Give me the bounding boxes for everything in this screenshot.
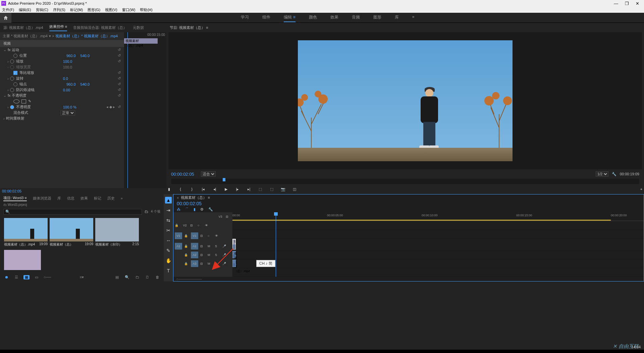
ec-sequence-clip[interactable]: 视频素材（总）* 视频素材（总）.mp4 bbox=[55, 34, 118, 39]
lock-icon[interactable]: 🔒 bbox=[175, 224, 179, 227]
tab-info[interactable]: 信息 bbox=[67, 196, 74, 201]
output-toggle[interactable]: ⊟ bbox=[226, 215, 231, 218]
track-a1-lane[interactable]: 视频素材（总）.mp4 bbox=[232, 251, 644, 259]
track-v1-target[interactable]: V1 bbox=[191, 232, 198, 239]
reset-icon[interactable]: ↺ bbox=[118, 71, 121, 75]
fx-time-remap[interactable]: 时间重映射 bbox=[6, 116, 53, 121]
icon-view-icon[interactable]: ▦ bbox=[23, 275, 30, 279]
minimize-button[interactable]: — bbox=[614, 1, 618, 6]
ec-clip-bar[interactable]: 视频素材（总）.mp4 bbox=[124, 38, 158, 44]
mask-rect-icon[interactable] bbox=[21, 99, 26, 103]
track-a2-lane[interactable] bbox=[232, 259, 644, 268]
menu-sequence[interactable]: 序列(S) bbox=[53, 7, 65, 12]
output-toggle[interactable]: ⊟ bbox=[200, 262, 206, 265]
tab-media-browser[interactable]: 媒体浏览器 bbox=[33, 196, 51, 201]
lock-icon[interactable]: 🔒 bbox=[184, 262, 189, 265]
sort-icon[interactable]: ≡▾ bbox=[79, 275, 85, 279]
track-a3-lane[interactable] bbox=[232, 268, 644, 277]
reset-icon[interactable]: ↺ bbox=[118, 76, 121, 81]
stopwatch-icon[interactable] bbox=[10, 105, 14, 109]
eye-icon[interactable]: 👁 bbox=[215, 234, 220, 237]
program-scrubber[interactable] bbox=[171, 179, 639, 184]
bin-item-empty[interactable] bbox=[4, 250, 48, 270]
marker-icon[interactable]: ▮ bbox=[166, 186, 172, 192]
close-button[interactable]: ✕ bbox=[636, 1, 639, 6]
workspace-more[interactable]: » bbox=[412, 13, 415, 22]
sync-lock-icon[interactable]: ○ bbox=[208, 234, 213, 237]
reset-icon[interactable]: ↺ bbox=[118, 105, 121, 109]
type-tool[interactable]: T bbox=[165, 267, 172, 274]
step-forward-icon[interactable]: |▸ bbox=[235, 186, 240, 192]
anchor-x[interactable]: 960.0 bbox=[66, 82, 76, 86]
tab-history[interactable]: 历史 bbox=[107, 196, 115, 201]
workspace-color[interactable]: 颜色 bbox=[309, 13, 317, 22]
program-title[interactable]: 节目: 视频素材（总） ≡ bbox=[170, 25, 208, 30]
track-a1-target[interactable]: A1 bbox=[191, 243, 198, 250]
goto-out-icon[interactable]: ▸| bbox=[246, 186, 252, 192]
bin-item[interactable]: 视频素材（总）19:09 bbox=[50, 218, 93, 247]
program-current-time[interactable]: 00:00:02:05 bbox=[171, 172, 194, 177]
output-toggle[interactable]: ⊟ bbox=[200, 234, 206, 237]
menu-edit[interactable]: 编辑(E) bbox=[19, 7, 31, 12]
output-toggle[interactable]: ⊟ bbox=[190, 224, 196, 227]
timeline-sequence-name[interactable]: 视频素材（总） ≡ bbox=[181, 195, 210, 200]
lift-icon[interactable]: ⬚ bbox=[258, 186, 263, 192]
reset-icon[interactable]: ↺ bbox=[118, 53, 121, 58]
output-toggle[interactable]: ⊟ bbox=[200, 253, 206, 257]
folder-icon[interactable]: 🗀 bbox=[145, 210, 148, 214]
reset-icon[interactable]: ↺ bbox=[118, 93, 121, 98]
effect-controls-timeline[interactable]: 00:00:15:00 视频素材（总）.mp4 bbox=[124, 32, 166, 188]
timeline-zoom-slider[interactable]: ○───────── bbox=[176, 277, 202, 281]
track-v1-lane[interactable]: 视频素材（总）.mp4 bbox=[232, 238, 644, 251]
export-frame-icon[interactable]: 📷 bbox=[280, 186, 286, 192]
reset-icon[interactable]: ↺ bbox=[118, 59, 121, 63]
lock-icon[interactable]: 🔒 bbox=[184, 253, 189, 257]
tab-more[interactable]: » bbox=[121, 196, 123, 200]
snap-icon[interactable]: ⁂ bbox=[177, 207, 180, 212]
wrench-icon[interactable]: 🔧 bbox=[612, 172, 616, 176]
track-v3-label[interactable]: V3 bbox=[217, 215, 224, 218]
uniform-scale-checkbox[interactable]: ✓ bbox=[13, 71, 17, 75]
tab-effect-controls[interactable]: 效果控件 ≡ bbox=[49, 24, 67, 31]
taskbar[interactable] bbox=[0, 350, 644, 353]
track-a3-target[interactable]: A3 bbox=[191, 260, 198, 267]
workspace-libraries[interactable]: 库 bbox=[395, 13, 399, 22]
linked-selection-icon[interactable]: ⌒ bbox=[185, 207, 189, 212]
ripple-tool[interactable]: ⇆ bbox=[165, 217, 172, 224]
ec-master-clip[interactable]: 主要 * 视频素材（总）.mp4 bbox=[3, 34, 48, 39]
home-button[interactable] bbox=[0, 13, 11, 23]
stopwatch-icon[interactable] bbox=[13, 82, 17, 86]
timeline-playhead[interactable] bbox=[276, 212, 276, 277]
new-bin-icon[interactable]: 🗀 bbox=[134, 275, 140, 279]
reset-icon[interactable]: ↺ bbox=[118, 88, 121, 92]
ime-indicator[interactable]: CH ♪ 简 bbox=[256, 260, 275, 267]
tab-project[interactable]: 项目: Word3 ≡ bbox=[3, 195, 27, 201]
write-toggle-icon[interactable]: ⏺ bbox=[3, 275, 9, 279]
menu-help[interactable]: 帮助(H) bbox=[140, 7, 152, 12]
delete-icon[interactable]: 🗑 bbox=[154, 275, 160, 279]
stopwatch-icon[interactable] bbox=[10, 59, 14, 63]
step-back-icon[interactable]: ◂| bbox=[212, 186, 217, 192]
menu-markers[interactable]: 标记(M) bbox=[70, 7, 83, 12]
program-fit-select[interactable]: 适合 bbox=[201, 171, 216, 177]
ec-playhead[interactable] bbox=[127, 32, 128, 188]
project-search-input[interactable] bbox=[3, 209, 142, 215]
source-a1-patch[interactable]: A1 bbox=[175, 243, 182, 250]
fx-opacity[interactable]: fx 不透明度 bbox=[8, 93, 55, 98]
scrubber-playhead[interactable] bbox=[223, 178, 225, 181]
hand-tool[interactable]: ✋ bbox=[165, 257, 172, 264]
source-v1-patch[interactable]: V1 bbox=[175, 232, 182, 239]
blend-mode-select[interactable]: 正常 bbox=[60, 110, 75, 116]
scale-value[interactable]: 100.0 bbox=[63, 59, 72, 63]
timeline-ruler[interactable]: 00:00 00:00:05:00 00:00:10:00 00:00:15:0… bbox=[232, 212, 644, 221]
tab-markers[interactable]: 标记 bbox=[94, 196, 101, 201]
list-view-icon[interactable]: ☰ bbox=[13, 275, 19, 279]
tab-effects-lower[interactable]: 效果 bbox=[80, 196, 88, 201]
timeline-current-time[interactable]: 00:00:02:05 bbox=[177, 201, 202, 206]
mark-in-icon[interactable]: { bbox=[178, 186, 183, 192]
timeline-tracks-area[interactable]: 00:00 00:00:05:00 00:00:10:00 00:00:15:0… bbox=[232, 212, 644, 277]
work-area-bar[interactable] bbox=[232, 220, 611, 221]
settings-icon[interactable]: ⚙ bbox=[200, 207, 204, 212]
menu-clip[interactable]: 剪辑(C) bbox=[36, 7, 48, 12]
bin-item[interactable]: 视频素材（总）.mp419:09 bbox=[4, 218, 48, 247]
